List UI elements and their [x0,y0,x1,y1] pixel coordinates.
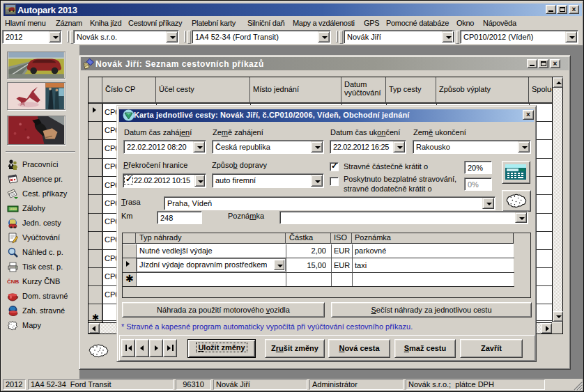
svg-text:ČNB: ČNB [7,279,20,285]
svg-text:1000: 1000 [9,207,17,211]
